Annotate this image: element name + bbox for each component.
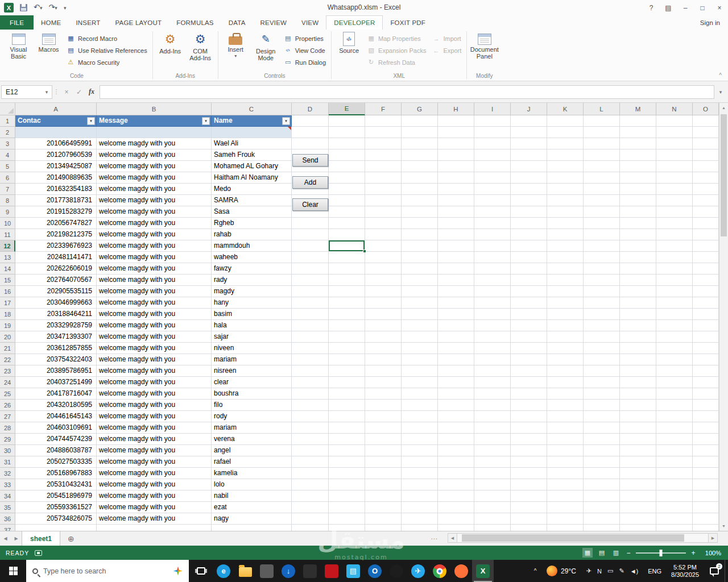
cell-J15[interactable] xyxy=(511,275,547,286)
cell-H4[interactable] xyxy=(438,149,474,161)
cell-A15[interactable]: 202764070567 xyxy=(15,275,97,286)
cell-I37[interactable] xyxy=(474,525,511,531)
cell-F12[interactable] xyxy=(365,240,402,252)
cell-F19[interactable] xyxy=(365,320,402,331)
row-header-33[interactable]: 33 xyxy=(0,479,15,490)
cell-M37[interactable] xyxy=(620,525,656,531)
cell-I6[interactable] xyxy=(474,172,511,184)
cell-L34[interactable] xyxy=(584,490,620,502)
cell-E3[interactable] xyxy=(329,138,365,149)
cell-N14[interactable] xyxy=(656,263,693,275)
cell-K31[interactable] xyxy=(547,456,584,468)
cell-I11[interactable] xyxy=(474,229,511,240)
cell-E24[interactable] xyxy=(329,377,365,388)
cell-A1[interactable]: Contac▼ xyxy=(15,115,97,127)
cell-O20[interactable] xyxy=(693,331,719,343)
cell-D26[interactable] xyxy=(292,400,329,411)
cell-C7[interactable]: Medo xyxy=(212,184,292,195)
cell-G13[interactable] xyxy=(402,252,438,263)
cell-G20[interactable] xyxy=(402,331,438,343)
cell-M21[interactable] xyxy=(620,343,656,354)
cell-G18[interactable] xyxy=(402,309,438,320)
cell-G22[interactable] xyxy=(402,354,438,365)
cell-M33[interactable] xyxy=(620,479,656,490)
row-header-36[interactable]: 36 xyxy=(0,513,15,525)
cell-O14[interactable] xyxy=(693,263,719,275)
cell-I3[interactable] xyxy=(474,138,511,149)
cell-D33[interactable] xyxy=(292,479,329,490)
cell-M25[interactable] xyxy=(620,388,656,400)
cell-M6[interactable] xyxy=(620,172,656,184)
cell-M3[interactable] xyxy=(620,138,656,149)
cell-G6[interactable] xyxy=(402,172,438,184)
cell-K6[interactable] xyxy=(547,172,584,184)
cell-I8[interactable] xyxy=(474,195,511,206)
cell-O5[interactable] xyxy=(693,161,719,172)
cell-J14[interactable] xyxy=(511,263,547,275)
cell-O23[interactable] xyxy=(693,365,719,377)
record-macro-button[interactable]: ▦ Record Macro xyxy=(64,32,150,44)
cell-L5[interactable] xyxy=(584,161,620,172)
cell-O19[interactable] xyxy=(693,320,719,331)
column-header-A[interactable]: A xyxy=(15,103,97,115)
row-header-28[interactable]: 28 xyxy=(0,422,15,434)
row-header-37[interactable]: 37 xyxy=(0,525,15,531)
cell-L8[interactable] xyxy=(584,195,620,206)
cell-D17[interactable] xyxy=(292,297,329,309)
cell-J25[interactable] xyxy=(511,388,547,400)
cell-G27[interactable] xyxy=(402,411,438,422)
cell-G7[interactable] xyxy=(402,184,438,195)
cell-G23[interactable] xyxy=(402,365,438,377)
cell-J36[interactable] xyxy=(511,513,547,525)
column-header-O[interactable]: O xyxy=(693,103,719,115)
cell-K2[interactable] xyxy=(547,127,584,138)
cell-G31[interactable] xyxy=(402,456,438,468)
row-header-19[interactable]: 19 xyxy=(0,320,15,331)
source-button[interactable]: ‹/› Source xyxy=(334,30,364,72)
cell-A23[interactable]: 203895786951 xyxy=(15,365,97,377)
cell-D24[interactable] xyxy=(292,377,329,388)
cell-C10[interactable]: Rgheb xyxy=(212,218,292,229)
cell-O15[interactable] xyxy=(693,275,719,286)
excel-taskbar-icon[interactable]: X xyxy=(472,560,494,582)
row-header-12[interactable]: 12 xyxy=(0,240,15,252)
cell-C16[interactable]: magdy xyxy=(212,286,292,297)
cell-N29[interactable] xyxy=(656,434,693,445)
cell-E22[interactable] xyxy=(329,354,365,365)
column-header-L[interactable]: L xyxy=(584,103,620,115)
column-header-I[interactable]: I xyxy=(474,103,511,115)
cell-H34[interactable] xyxy=(438,490,474,502)
cortana-icon[interactable] xyxy=(173,567,183,576)
filter-button-C[interactable]: ▼ xyxy=(282,117,290,125)
dark-app-icon[interactable] xyxy=(299,560,321,582)
cell-F25[interactable] xyxy=(365,388,402,400)
formula-input[interactable] xyxy=(100,85,714,99)
cell-F29[interactable] xyxy=(365,434,402,445)
cell-I14[interactable] xyxy=(474,263,511,275)
cell-E2[interactable] xyxy=(329,127,365,138)
cell-G26[interactable] xyxy=(402,400,438,411)
cell-M11[interactable] xyxy=(620,229,656,240)
zoom-slider[interactable] xyxy=(636,552,686,554)
cell-J13[interactable] xyxy=(511,252,547,263)
cell-L6[interactable] xyxy=(584,172,620,184)
cell-B18[interactable]: welcome magdy with you xyxy=(97,309,212,320)
cell-I22[interactable] xyxy=(474,354,511,365)
cell-C9[interactable]: Sasa xyxy=(212,206,292,218)
cell-N22[interactable] xyxy=(656,354,693,365)
cell-N3[interactable] xyxy=(656,138,693,149)
cell-D36[interactable] xyxy=(292,513,329,525)
hidden-icons-chevron[interactable]: ^ xyxy=(529,568,541,574)
cell-A9[interactable]: 201915283279 xyxy=(15,206,97,218)
cell-F5[interactable] xyxy=(365,161,402,172)
cell-H28[interactable] xyxy=(438,422,474,434)
cell-B9[interactable]: welcome magdy with you xyxy=(97,206,212,218)
cell-C26[interactable]: filo xyxy=(212,400,292,411)
cell-N16[interactable] xyxy=(656,286,693,297)
cell-N27[interactable] xyxy=(656,411,693,422)
cell-M12[interactable] xyxy=(620,240,656,252)
cell-G15[interactable] xyxy=(402,275,438,286)
cell-B6[interactable]: welcome magdy with you xyxy=(97,172,212,184)
cell-B31[interactable]: welcome magdy with you xyxy=(97,456,212,468)
cell-F32[interactable] xyxy=(365,468,402,479)
